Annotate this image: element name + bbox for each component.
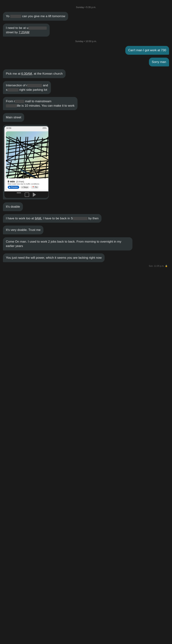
map-pin-btn: 📍 Pin [31,186,39,189]
message-bubble-13: You just need the will power, which it s… [3,254,105,262]
message-bubble-9: It's doable [3,202,23,211]
map-action-buttons: ▶ Preview ≡ Steps 📍 Pin [8,186,48,189]
footer-timestamp: Sun. 11:05 p.m. 🔒 [3,265,167,267]
message-bubble-3: Can't man I got work at 730 [125,46,169,55]
timestamp-2: Sunday • 10:50 p.m. [3,40,169,43]
map-time: 8 min [8,180,15,183]
message-bubble-5: Pick me at 6:30AM, at the Korean church [3,69,66,78]
message-bubble-4: Sorry man [149,58,169,66]
map-steps-btn: ≡ Steps [20,186,30,189]
screenshot-navbar [5,191,48,198]
message-bubble-8: Main street [3,113,24,122]
status-time: 10:56 [6,127,11,129]
message-bubble-6: Intersection of r and s right side parki… [3,81,51,94]
map-distance: (3.9 km) [16,180,24,183]
map-image-bubble: 10:56 29% ← [3,125,49,200]
status-battery: 29% [43,127,47,129]
map-bottom-bar: 8 min (3.9 km) Best route now due to tra… [6,178,48,190]
message-bubble-12: Come On man. I used to work 2 jobs back … [3,237,132,250]
message-bubble-7: From r mall to mainstream ille is 10 min… [3,97,77,110]
map-preview-btn: ▶ Preview [8,186,19,189]
message-bubble-1: Yo can you give me a lift tomorrow [3,12,68,21]
timestamp-1: Sunday • 5:35 p.m. [3,6,169,8]
message-bubble-2: I need to be at u street by 7:20AM [3,24,50,37]
message-bubble-11: It's very doable. Trust me [3,226,43,234]
message-bubble-10: I have to work too at 9AM. I have to be … [3,214,101,223]
screenshot-status-bar: 10:56 29% [5,126,48,130]
lock-icon: 🔒 [165,265,167,267]
map-route-info: Best route now due to traffic conditions [8,183,48,185]
svg-line-7 [15,138,17,161]
